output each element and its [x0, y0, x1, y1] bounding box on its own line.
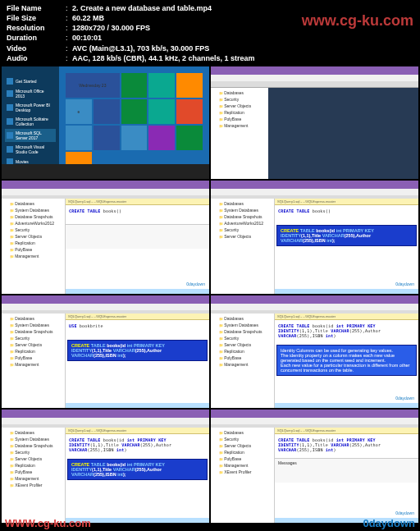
tree-node[interactable]: Server Objects — [212, 103, 267, 109]
sql-editor[interactable]: CREATE TABLE books(id int PRIMARY KEY ID… — [275, 434, 418, 455]
start-list-item[interactable]: Microsoft Power BI Desktop — [5, 101, 56, 114]
tile-store[interactable] — [66, 126, 92, 150]
editor-tab[interactable]: SQLQuery1.sql - ...\SQLExpress.master — [66, 199, 209, 205]
tree-node[interactable]: System Databases — [3, 436, 63, 442]
tile-movies[interactable] — [94, 126, 120, 150]
tree-node[interactable]: Database Snapshots — [212, 213, 272, 220]
sql-editor[interactable]: USE bookbrite — [66, 320, 209, 336]
tree-node[interactable]: Replication — [3, 240, 63, 246]
sql-editor[interactable]: CREATE TABLE books() — [66, 205, 209, 222]
tree-node[interactable]: Management — [212, 361, 272, 368]
sql-editor[interactable]: CREATE TABLE books() — [275, 205, 418, 222]
tree-node[interactable]: Management — [212, 122, 267, 129]
tree-node[interactable]: Security — [212, 335, 272, 341]
tile-money[interactable] — [121, 99, 148, 124]
object-explorer[interactable]: Databases Security Server Objects Replic… — [211, 428, 275, 523]
tree-node[interactable]: Database Snapshots — [3, 328, 63, 335]
start-list-item[interactable]: Get Started — [5, 76, 56, 86]
tree-node[interactable]: System Databases — [212, 207, 272, 213]
tree-node[interactable]: System Databases — [3, 207, 63, 213]
tree-node[interactable]: Databases — [3, 315, 63, 322]
tile-skype[interactable] — [176, 126, 203, 150]
tree-node[interactable]: Security — [3, 227, 63, 233]
tree-node[interactable]: Server Objects — [212, 233, 272, 240]
object-explorer[interactable]: Databases System Databases Database Snap… — [2, 199, 66, 294]
tile-calendar[interactable]: Wednesday 23 — [66, 73, 120, 98]
editor-tab[interactable]: SQLQuery1.sql - ...\SQLExpress.master — [275, 314, 418, 320]
tile-weather[interactable] — [148, 99, 175, 124]
menubar[interactable] — [2, 304, 209, 310]
editor-tab[interactable]: SQLQuery1.sql - ...\SQLExpress.master — [66, 314, 209, 320]
tree-node[interactable]: PolyBase — [3, 469, 63, 475]
menubar[interactable] — [2, 189, 209, 195]
tree-node[interactable]: Security — [212, 96, 267, 103]
tree-node[interactable]: PolyBase — [3, 355, 63, 361]
messages-tab[interactable]: Messages — [275, 459, 418, 467]
tile-photos[interactable] — [94, 99, 120, 124]
menubar[interactable] — [211, 189, 418, 195]
tree-node[interactable]: Replication — [212, 348, 272, 355]
object-explorer[interactable]: Databases System Databases Database Snap… — [2, 428, 66, 523]
object-explorer[interactable]: Databases System Databases Database Snap… — [211, 314, 275, 409]
start-list-item[interactable]: Microsoft Visual Studio Code — [5, 143, 56, 156]
object-explorer[interactable]: Databases Security Server Objects Replic… — [211, 88, 268, 180]
taskbar[interactable] — [2, 164, 209, 179]
editor-tab[interactable]: SQLQuery1.sql - ...\SQLExpress.master — [275, 428, 418, 434]
tree-node[interactable]: Server Objects — [3, 455, 63, 462]
tree-node[interactable]: Databases — [212, 429, 272, 436]
tree-node[interactable]: Database Snapshots — [3, 213, 63, 220]
tree-node[interactable]: Management — [3, 361, 63, 368]
object-explorer[interactable]: Databases System Databases Database Snap… — [211, 199, 275, 294]
tree-node[interactable]: Databases — [212, 315, 272, 322]
tree-node[interactable]: Replication — [3, 348, 63, 355]
menubar[interactable] — [2, 418, 209, 424]
tree-node[interactable]: Security — [212, 227, 272, 233]
tree-node[interactable]: System Databases — [3, 322, 63, 328]
tree-node[interactable]: PolyBase — [3, 246, 63, 253]
tree-node[interactable]: Server Objects — [3, 341, 63, 348]
tree-node[interactable]: AdventureWorks2012 — [212, 220, 272, 227]
tree-node[interactable]: Security — [3, 449, 63, 455]
tree-node[interactable]: Databases — [3, 429, 63, 436]
tree-node[interactable]: Management — [212, 462, 272, 469]
sql-editor[interactable]: CREATE TABLE books(id int PRIMARY KEY ID… — [275, 320, 418, 341]
tree-node[interactable]: Security — [212, 436, 272, 442]
tree-node[interactable]: XEvent Profiler — [3, 482, 63, 488]
tree-node[interactable]: Databases — [3, 200, 63, 207]
tree-node[interactable]: Security — [3, 335, 63, 341]
tree-node[interactable]: XEvent Profiler — [212, 469, 272, 475]
tile-disney[interactable] — [121, 126, 148, 150]
tree-node[interactable]: Replication — [3, 462, 63, 469]
tile-mail[interactable] — [176, 73, 203, 98]
tree-node[interactable]: Databases — [212, 200, 272, 207]
tree-node[interactable]: Replication — [212, 109, 267, 116]
tree-node[interactable]: PolyBase — [212, 355, 272, 361]
tree-node[interactable]: PolyBase — [212, 455, 272, 462]
tree-node[interactable]: Server Objects — [212, 341, 272, 348]
ssms-toolbar[interactable] — [211, 81, 418, 88]
tile-onenote[interactable] — [148, 126, 175, 150]
start-list-item[interactable]: Microsoft Solitaire Collection — [5, 115, 56, 128]
tree-node[interactable]: Management — [3, 253, 63, 259]
tree-node[interactable]: AdventureWorks2012 — [3, 220, 63, 227]
editor-tab[interactable]: SQLQuery1.sql - ...\SQLExpress.master — [66, 428, 209, 434]
tile-xbox[interactable] — [121, 73, 148, 98]
tree-node[interactable]: System Databases — [212, 322, 272, 328]
tile-groove[interactable] — [148, 73, 175, 98]
tree-node[interactable]: Server Objects — [212, 442, 272, 449]
tree-node[interactable]: Databases — [212, 89, 267, 96]
menubar[interactable] — [211, 304, 418, 310]
tree-node[interactable]: PolyBase — [212, 116, 267, 122]
tile-edge[interactable]: e — [66, 99, 92, 124]
tile-game[interactable] — [176, 99, 203, 124]
sql-editor[interactable]: CREATE TABLE books(id int PRIMARY KEY ID… — [66, 434, 209, 455]
start-list-item[interactable]: Microsoft Office 2013 — [5, 87, 56, 100]
tree-node[interactable]: Replication — [212, 449, 272, 455]
tree-node[interactable]: Database Snapshots — [3, 442, 63, 449]
tree-node[interactable]: Server Objects — [3, 233, 63, 240]
object-explorer[interactable]: Databases System Databases Database Snap… — [2, 314, 66, 409]
menubar[interactable] — [211, 418, 418, 424]
ssms-menubar[interactable] — [211, 75, 418, 81]
start-list-item[interactable]: Microsoft SQL Server 2017 — [5, 129, 56, 142]
tree-node[interactable]: Database Snapshots — [212, 328, 272, 335]
